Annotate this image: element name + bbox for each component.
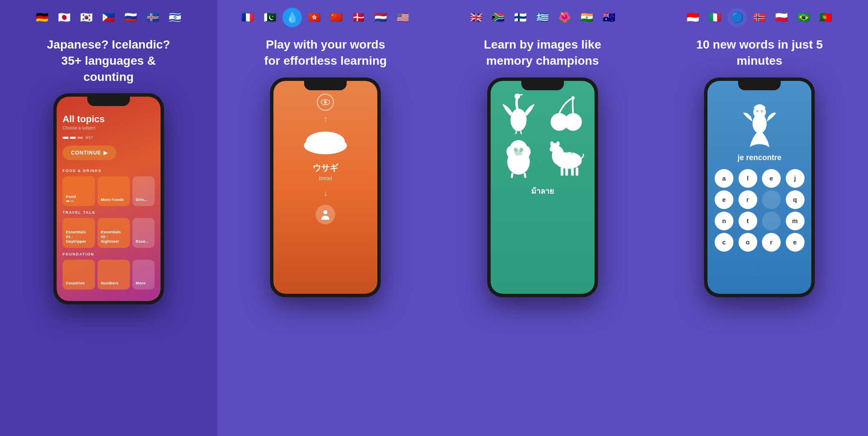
letter-m[interactable]: m [786,212,805,230]
panel-new-words: 🇮🇩 🇮🇹 🔵 🇳🇴 🇵🇱 🇧🇷 🇵🇹 10 new words in just… [651,0,868,436]
svg-point-43 [761,110,763,112]
food-card-dots [66,201,92,202]
all-topics-title: All topics [63,114,155,125]
flag-hongkong: 🇭🇰 [305,8,324,27]
topic-essentials-2[interactable]: Essentials 02 - Sightseer [98,218,130,248]
japanese-text: ウサギ [313,162,338,174]
screen-topics: All topics Choose a subject 9/17 CONTINU… [57,97,161,301]
phone-2-container: ↑ ウサギ bread ↓ [217,77,434,436]
flag-japan: 🇯🇵 [55,8,74,27]
letter-o[interactable]: o [739,233,757,252]
flag-greece: 🇬🇷 [533,8,552,27]
gorilla-cell [497,138,541,178]
svg-line-11 [517,95,523,95]
flag-uk: 🇬🇧 [466,8,486,27]
panel-2-headline: Play with your words for effortless lear… [251,32,400,77]
letter-empty-1 [762,190,781,209]
letter-n[interactable]: n [715,212,733,230]
zebra-icon [547,138,586,177]
flag-finland: 🇫🇮 [511,8,530,27]
letter-t[interactable]: t [739,212,757,230]
panel-images: 🇬🇧 🇿🇦 🇫🇮 🇬🇷 🌺 🇮🇳 🇦🇺 Learn by images like… [434,0,651,436]
animal-grid [497,94,589,178]
svg-point-8 [324,210,328,214]
letter-grid: a l e j e r q n t m c o r e [713,169,805,252]
svg-point-17 [564,113,582,131]
letter-j[interactable]: j [786,169,805,188]
food-cards-row: Food More Foods Drin... [63,176,155,206]
screen-letters: je rencontre a l e j e r q n t m c o [707,81,811,294]
continue-label: CONTINUE [71,150,101,156]
svg-point-9 [511,109,527,131]
dot-2 [70,137,76,139]
french-sentence: je rencontre [738,153,782,162]
svg-line-12 [516,131,517,134]
bread-icon [302,131,349,156]
topic-more[interactable]: More [132,260,155,290]
svg-point-10 [514,94,520,99]
essentials-1-label: Essentials 01 - Daytripper [66,229,92,244]
progress-dots [63,137,83,139]
letter-c[interactable]: c [715,233,733,252]
bread-translation: bread [319,175,332,181]
letter-r2[interactable]: r [762,233,781,252]
panel-play-words: 🇫🇷 🇵🇰 💧 🇭🇰 🇨🇳 🇩🇰 🇳🇱 🇺🇸 Play with your wo… [217,0,434,436]
topic-drinks[interactable]: Drin... [132,176,155,206]
svg-line-13 [520,131,521,134]
topic-numbers[interactable]: Numbers [98,260,130,290]
cherries-icon [548,94,584,134]
phone-3-notch [521,81,564,90]
continue-button[interactable]: CONTINUE ▶ [63,146,117,160]
svg-point-42 [756,110,759,112]
progress-text: 9/17 [86,135,93,140]
gorilla-icon [500,138,537,178]
screen-images: ม้าลาย [491,81,595,294]
letter-q[interactable]: q [786,190,805,209]
heron-cell [497,94,541,134]
topic-essentials-3[interactable]: Esse... [132,218,155,248]
svg-point-7 [328,134,342,145]
svg-rect-36 [560,167,563,176]
continue-arrow-icon: ▶ [103,150,108,156]
more-foods-label: More Foods [101,197,126,202]
eye-icon [321,99,330,105]
section-food-drinks: FOOD & DRINKS [63,169,155,173]
topic-essentials-1[interactable]: Essentials 01 - Daytripper [63,218,95,248]
topic-more-foods[interactable]: More Foods [98,176,130,206]
section-foundation: FOUNDATION [63,252,155,256]
person-icon [319,209,331,221]
essentials-3-label: Esse... [136,239,151,244]
thai-word: ม้าลาย [531,185,554,197]
flag-usa: 🇺🇸 [393,8,413,27]
flag-hawaii: 🌺 [555,8,575,27]
letter-e2[interactable]: e [715,190,733,209]
svg-point-18 [572,96,575,100]
phone-1-notch [87,97,130,106]
flag-netherlands: 🇳🇱 [371,8,391,27]
flag-norway: 🇳🇴 [750,8,769,27]
flag-pakistan: 🇵🇰 [260,8,280,27]
letter-l[interactable]: l [739,169,757,188]
letter-e3[interactable]: e [786,233,805,252]
letter-a[interactable]: a [715,169,733,188]
arrow-down-icon: ↓ [323,188,328,198]
svg-point-35 [549,147,555,152]
flag-india: 🇮🇳 [577,8,597,27]
essentials-2-label: Essentials 02 - Sightseer [101,229,126,244]
phone-4: je rencontre a l e j e r q n t m c o [704,77,815,297]
letter-r[interactable]: r [739,190,757,209]
food-label: Food [66,194,92,199]
dot-3 [77,137,83,139]
flag-denmark: 🇩🇰 [349,8,368,27]
topic-food[interactable]: Food [63,176,95,206]
flags-row-2: 🇫🇷 🇵🇰 💧 🇭🇰 🇨🇳 🇩🇰 🇳🇱 🇺🇸 [217,0,434,32]
flag-blue-drop: 💧 [282,8,302,27]
screen-word: ↑ ウサギ bread ↓ [273,81,377,294]
phone-4-container: je rencontre a l e j e r q n t m c o [651,77,868,436]
svg-point-24 [520,143,527,148]
flag-korea: 🇰🇷 [77,8,96,27]
flag-china: 🇨🇳 [327,8,346,27]
letter-empty-2 [762,212,781,230]
letter-e1[interactable]: e [762,169,781,188]
topic-countries[interactable]: Countries [63,260,95,290]
